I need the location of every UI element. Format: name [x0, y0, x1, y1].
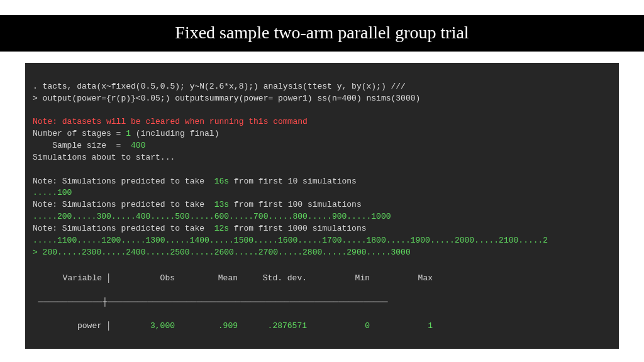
sample-size-line: Sample size = 400: [33, 141, 145, 150]
prediction-3: Note: Simulations predicted to take 12s …: [33, 224, 367, 233]
cell-obs: 3,000: [112, 321, 175, 332]
col-max: Max: [370, 273, 433, 285]
col-mean: Mean: [175, 273, 238, 285]
sim-start-line: Simulations about to start...: [33, 153, 175, 162]
col-obs: Obs: [112, 273, 175, 285]
command-line-2: > output(power={r(p)}<0.05;) outputsumma…: [33, 94, 420, 103]
table-data-row: power│3,000.909.287657101: [33, 321, 611, 332]
cell-min: 0: [307, 321, 370, 332]
prediction-2: Note: Simulations predicted to take 13s …: [33, 200, 362, 209]
table-divider: ─────────────┼──────────────────────────…: [33, 297, 611, 309]
summary-table: Variable│ObsMeanStd. dev.MinMax ────────…: [33, 261, 611, 344]
prediction-1: Note: Simulations predicted to take 16s …: [33, 177, 357, 186]
table-header-row: Variable│ObsMeanStd. dev.MinMax: [33, 273, 611, 285]
warning-note: Note: datasets will be cleared when runn…: [33, 117, 308, 126]
cell-sd: .2876571: [238, 321, 307, 332]
col-min: Min: [307, 273, 370, 285]
slide-title: Fixed sample two-arm parallel group tria…: [0, 15, 644, 52]
col-sd: Std. dev.: [238, 273, 307, 285]
progress-dots-1: .....100: [33, 188, 72, 197]
terminal-output: . tacts, data(x~fixed(0.5,0.5); y~N(2.6*…: [25, 63, 619, 349]
progress-dots-2: .....200.....300.....400.....500.....600…: [33, 212, 391, 221]
progress-dots-3: .....1100.....1200.....1300.....1400....…: [33, 236, 548, 245]
progress-dots-4: > 200.....2300.....2400.....2500.....260…: [33, 248, 411, 257]
cell-variable: power: [33, 321, 106, 332]
cell-max: 1: [370, 321, 433, 332]
col-variable: Variable: [33, 273, 106, 285]
command-line-1: . tacts, data(x~fixed(0.5,0.5); y~N(2.6*…: [33, 82, 406, 91]
cell-mean: .909: [175, 321, 238, 332]
stages-line: Number of stages = 1 (including final): [33, 129, 219, 138]
